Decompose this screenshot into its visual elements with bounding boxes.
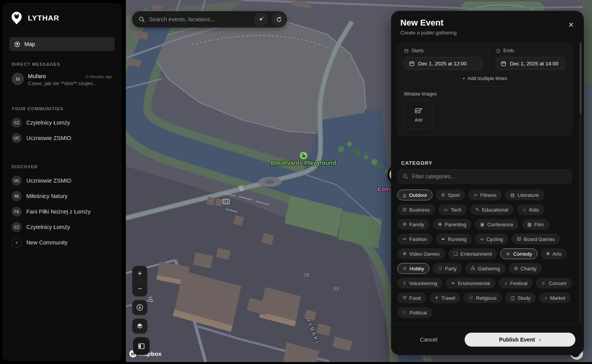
chip-label: Comedy — [513, 251, 532, 257]
category-filter-input[interactable]: Filter categories... — [397, 169, 572, 184]
publish-label: Publish Event — [499, 337, 535, 343]
category-chip-literature[interactable]: ▤Literature — [505, 190, 544, 200]
chip-label: Study — [518, 295, 530, 301]
add-multiple-times-button[interactable]: + Add multiple times — [398, 71, 572, 86]
basket-icon: ⌂ — [544, 296, 547, 300]
shirt-icon: ✂ — [403, 237, 407, 241]
category-chip-entertainment[interactable]: ❏Entertainment — [448, 248, 498, 259]
scrollbar-thumb[interactable] — [580, 43, 582, 114]
category-chip-hobby[interactable]: ☆Hobby — [397, 263, 429, 274]
calendar-icon — [409, 61, 415, 67]
sparkles-icon — [258, 16, 264, 23]
category-chip-fitness[interactable]: ≍Fitness — [468, 190, 502, 200]
category-chip-charity[interactable]: ⊞Charity — [509, 263, 542, 274]
monitor-icon: ▭ — [444, 207, 448, 212]
category-chip-board-games[interactable]: ⚄Board Games — [511, 234, 560, 244]
group-icon: ⁂ — [470, 266, 475, 271]
category-chip-conference[interactable]: ▣Conference — [475, 219, 519, 230]
film-icon: ▦ — [527, 222, 532, 227]
sidebar-toggle-button[interactable] — [133, 337, 150, 355]
category-chip-parenting[interactable]: ✤Parenting — [432, 219, 472, 230]
ends-value: Dec 1, 2025 at 14:00 — [510, 61, 558, 67]
category-chip-educational[interactable]: ✎Educational — [470, 204, 514, 215]
category-chip-gathering[interactable]: ⁂Gathering — [465, 263, 505, 274]
community-item-uczniowie-zsmio[interactable]: UCUczniowie ZSMIO — [9, 130, 115, 146]
category-chip-cycling[interactable]: ∞Cycling — [475, 234, 508, 244]
nav-item-label: Map — [24, 41, 35, 47]
close-icon[interactable]: ✕ — [568, 21, 574, 29]
category-chip-business[interactable]: ⊟Business — [397, 204, 435, 215]
chip-label: Running — [448, 236, 466, 242]
community-item-czytelnicy-om-y[interactable]: CZCzytelnicy Łomży — [9, 115, 115, 130]
playground-marker[interactable] — [299, 151, 308, 160]
category-chip-fashion[interactable]: ✂Fashion — [397, 234, 432, 244]
chip-label: Volunteering — [409, 280, 437, 286]
shoe-icon: ➠ — [441, 237, 445, 241]
new-event-panel: New Event Create a public gathering ✕ St… — [391, 11, 584, 355]
community-item-mi-o-nicy-natury[interactable]: MIMiłośnicy Natury — [9, 188, 115, 204]
category-chip-travel[interactable]: ✈Travel — [429, 292, 461, 303]
category-chip-concert[interactable]: ♬Concert — [536, 278, 572, 289]
category-chip-family[interactable]: ✼Family — [397, 219, 429, 230]
chip-label: Business — [409, 207, 430, 213]
building-number: 29 — [304, 272, 309, 278]
category-chip-video-games[interactable]: ✜Video Games — [397, 248, 445, 259]
refresh-button[interactable] — [272, 12, 286, 26]
layers-button[interactable] — [132, 318, 148, 334]
dm-item-mufaro[interactable]: M Mufaro 2 minutes ago Czesc, jak sie **… — [9, 70, 115, 89]
community-item-fani-pi-ki-no-nej-z-om-y[interactable]: FAFani Piłki Nożnej z Łomży — [9, 204, 115, 219]
chip-label: Tech — [451, 207, 461, 213]
locate-button[interactable] — [132, 300, 148, 315]
flag-icon: ⚐ — [403, 310, 407, 315]
section-header-communities: YOUR COMMUNITIES — [12, 106, 112, 111]
category-chip-religious[interactable]: ☉Religious — [463, 292, 502, 303]
category-chip-environmental[interactable]: ❧Environmental — [446, 278, 495, 289]
cancel-button[interactable]: Cancel — [400, 337, 458, 343]
publish-event-button[interactable]: Publish Event › — [465, 333, 575, 347]
add-times-label: Add multiple times — [468, 76, 507, 81]
chevron-right-icon: › — [539, 336, 541, 343]
category-chip-running[interactable]: ➠Running — [436, 234, 472, 244]
new-community-button[interactable]: + New Community — [9, 235, 115, 250]
zoom-out-button[interactable]: − — [132, 282, 147, 297]
starts-datetime-button[interactable]: Dec 1, 2025 at 12:00 — [404, 57, 483, 70]
category-chip-outdoor[interactable]: △Outdoor — [397, 190, 432, 200]
category-chip-kids[interactable]: ☼Kids — [517, 204, 544, 215]
community-item-uczniowie-zsmio[interactable]: UCUczniowie ZSMIO — [9, 173, 115, 188]
category-chip-tech[interactable]: ▭Tech — [438, 204, 467, 215]
dice-icon: ⚄ — [517, 237, 521, 241]
community-item-czytelnicy-om-y[interactable]: CZCzytelnicy Łomży — [9, 219, 115, 235]
app-title: LYTHAR — [28, 14, 59, 22]
category-chip-sport[interactable]: ⊚Sport — [436, 190, 465, 200]
chip-label: Charity — [521, 266, 537, 272]
category-chip-comedy[interactable]: ☺Comedy — [500, 248, 537, 259]
category-chip-political[interactable]: ⚐Political — [397, 307, 432, 318]
category-chip-film[interactable]: ▦Film — [522, 219, 549, 230]
ticket-icon: ❏ — [454, 251, 458, 256]
chip-label: Conference — [487, 222, 513, 227]
ai-sparkles-button[interactable] — [254, 12, 268, 26]
category-chip-arts[interactable]: ❋Arts — [541, 248, 567, 259]
category-chip-volunteering[interactable]: ✌Volunteering — [397, 278, 443, 289]
panel-title: New Event — [400, 18, 575, 28]
category-chip-study[interactable]: ◫Study — [505, 292, 536, 303]
ends-datetime-button[interactable]: Dec 1, 2025 at 14:00 — [496, 57, 566, 70]
app-window: Boulevards Playground Łomżyńskie Bulwary… — [0, 0, 592, 364]
search-input[interactable]: Search events, locations... — [149, 16, 250, 22]
category-chip-food[interactable]: ΨFood — [397, 292, 426, 303]
building-number: 41A — [423, 357, 432, 362]
category-chip-festival[interactable]: ♫Festival — [499, 278, 533, 289]
zoom-controls: + − — [132, 266, 148, 297]
map-search-bar[interactable]: Search events, locations... — [132, 11, 287, 27]
add-image-button[interactable]: Add — [404, 100, 433, 129]
dumbbell-icon: ≍ — [474, 193, 477, 197]
category-chip-market[interactable]: ⌂Market — [539, 292, 571, 303]
zoom-in-button[interactable]: + — [132, 266, 147, 281]
dm-preview: Czesc, jak sie **dzis** czujes... — [28, 80, 112, 86]
discover-list: UCUczniowie ZSMIOMIMiłośnicy NaturyFAFan… — [2, 173, 122, 235]
sidebar: LYTHAR Map DIRECT MESSAGES M Mufaro 2 mi… — [2, 3, 122, 361]
briefcase-icon: ⊟ — [403, 207, 407, 212]
category-header: CATEGORY — [401, 160, 432, 166]
category-chip-party[interactable]: ❍Party — [432, 263, 462, 274]
nav-item-map[interactable]: Map — [9, 37, 115, 51]
